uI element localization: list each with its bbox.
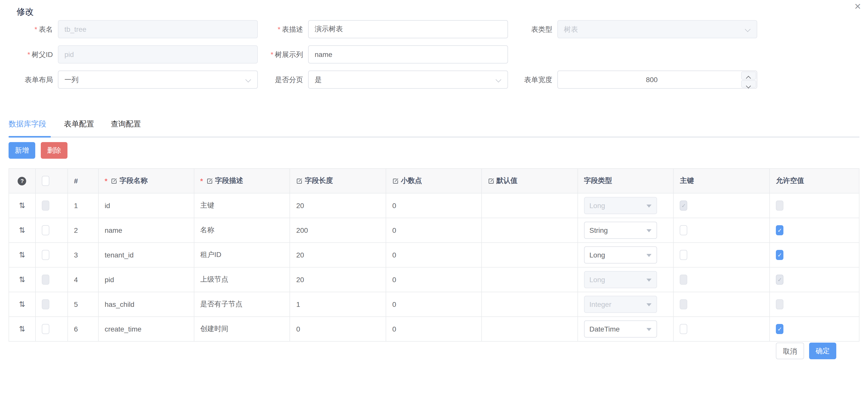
pagination-label: 是否分页 — [275, 76, 303, 84]
edit-icon — [111, 177, 118, 184]
row-select-checkbox[interactable] — [42, 225, 49, 235]
form-width-input[interactable] — [558, 71, 757, 88]
primary-key-checkbox[interactable] — [680, 250, 687, 260]
caret-down-icon — [646, 328, 651, 331]
field-type-select[interactable]: String — [584, 222, 657, 239]
close-icon[interactable]: × — [855, 1, 861, 12]
col-header-length: 字段长度 — [290, 169, 386, 193]
table-cell: String — [578, 218, 674, 242]
table-cell — [770, 292, 859, 316]
fields-table: ?#*字段名称*字段描述字段长度小数点默认值字段类型主键允许空值⇅1id主键20… — [8, 168, 860, 342]
col-header-select — [36, 169, 68, 193]
field-table-name: *表名 — [0, 20, 258, 38]
form-layout-select[interactable]: 一列 — [58, 71, 258, 89]
tree-display-col-input[interactable] — [309, 46, 507, 63]
cell-field-length: 20 — [290, 194, 386, 218]
cell-field-desc: 上级节点 — [194, 268, 290, 292]
drag-sort-icon[interactable]: ⇅ — [19, 325, 25, 334]
table-row: ⇅3tenant_id租户ID200Long — [9, 243, 859, 268]
cell-field-name: pid — [99, 268, 194, 292]
stepper-down-button[interactable] — [741, 80, 756, 88]
edit-icon — [392, 177, 399, 184]
active-tab-indicator — [8, 136, 51, 138]
delete-button[interactable]: 删除 — [41, 142, 67, 159]
table-name-label: 表名 — [39, 25, 53, 33]
cell-default — [482, 292, 578, 316]
field-type-select: Integer — [584, 296, 657, 313]
stepper-up-button[interactable] — [741, 72, 756, 79]
select-all-checkbox[interactable] — [42, 176, 49, 186]
cell-field-length: 20 — [290, 268, 386, 292]
table-cell — [36, 317, 68, 341]
cell-field-length: 200 — [290, 218, 386, 242]
required-asterisk: * — [105, 177, 107, 185]
table-cell — [36, 194, 68, 218]
tab-database-fields[interactable]: 数据库字段 — [8, 116, 46, 137]
col-header-index: # — [68, 169, 99, 193]
table-type-label: 表类型 — [531, 25, 552, 33]
cell-decimal: 0 — [386, 317, 482, 341]
cell-field-desc: 创建时间 — [194, 317, 290, 341]
primary-key-checkbox — [680, 299, 687, 309]
table-cell — [674, 292, 770, 316]
col-header-desc: *字段描述 — [194, 169, 290, 193]
table-cell — [770, 317, 859, 341]
confirm-button[interactable]: 确定 — [809, 343, 836, 359]
drag-sort-icon[interactable]: ⇅ — [19, 250, 25, 259]
drag-sort-icon[interactable]: ⇅ — [19, 226, 25, 235]
tree-parent-id-input[interactable] — [58, 46, 257, 63]
table-cell: ⇅ — [9, 243, 36, 267]
row-select-checkbox[interactable] — [42, 250, 49, 260]
table-name-input[interactable] — [58, 21, 257, 38]
field-type-select[interactable]: Long — [584, 246, 657, 263]
allow-null-checkbox[interactable] — [776, 250, 783, 260]
drag-sort-icon[interactable]: ⇅ — [19, 275, 25, 284]
field-type-select[interactable]: DateTime — [584, 320, 657, 338]
caret-down-icon — [646, 254, 651, 257]
table-desc-input[interactable] — [309, 21, 507, 38]
table-cell: ⇅ — [9, 194, 36, 218]
table-cell: ⇅ — [9, 268, 36, 292]
field-type-select: Long — [584, 197, 657, 214]
table-desc-label: 表描述 — [282, 25, 303, 33]
row-select-checkbox — [42, 200, 49, 210]
cell-decimal: 0 — [386, 243, 482, 267]
allow-null-checkbox[interactable] — [776, 225, 783, 235]
primary-key-checkbox — [680, 200, 687, 210]
primary-key-checkbox[interactable] — [680, 225, 687, 235]
col-header-decimal: 小数点 — [386, 169, 482, 193]
primary-key-checkbox — [680, 275, 687, 285]
pagination-select[interactable]: 是 — [308, 71, 508, 89]
tab-form-config[interactable]: 表单配置 — [64, 116, 94, 137]
table-header-row: ?#*字段名称*字段描述字段长度小数点默认值字段类型主键允许空值 — [9, 169, 859, 194]
table-desc-input-wrap — [308, 20, 508, 38]
cell-decimal: 0 — [386, 292, 482, 316]
caret-down-icon — [646, 303, 651, 306]
allow-null-checkbox[interactable] — [776, 324, 783, 334]
chevron-down-icon — [746, 83, 751, 88]
row-select-checkbox[interactable] — [42, 324, 49, 334]
col-header-help: ? — [9, 169, 36, 193]
row-select-checkbox — [42, 275, 49, 285]
primary-key-checkbox[interactable] — [680, 324, 687, 334]
field-table-type: 表类型 树表 — [499, 20, 757, 38]
table-type-select[interactable]: 树表 — [557, 20, 757, 38]
cell-index: 1 — [68, 194, 99, 218]
table-cell — [770, 194, 859, 218]
table-cell — [770, 268, 859, 292]
cell-default — [482, 243, 578, 267]
drag-sort-icon[interactable]: ⇅ — [19, 300, 25, 309]
cell-index: 3 — [68, 243, 99, 267]
tab-query-config[interactable]: 查询配置 — [111, 116, 141, 137]
drag-sort-icon[interactable]: ⇅ — [19, 201, 25, 210]
cell-index: 5 — [68, 292, 99, 316]
cancel-button[interactable]: 取消 — [776, 343, 804, 359]
table-cell — [674, 243, 770, 267]
col-header-pk: 主键 — [674, 169, 770, 193]
caret-down-icon — [646, 204, 651, 207]
page-title: 修改 — [17, 6, 34, 18]
table-cell: DateTime — [578, 317, 674, 341]
col-header-nullable: 允许空值 — [770, 169, 859, 193]
add-button[interactable]: 新增 — [8, 142, 35, 159]
allow-null-checkbox — [776, 200, 783, 210]
